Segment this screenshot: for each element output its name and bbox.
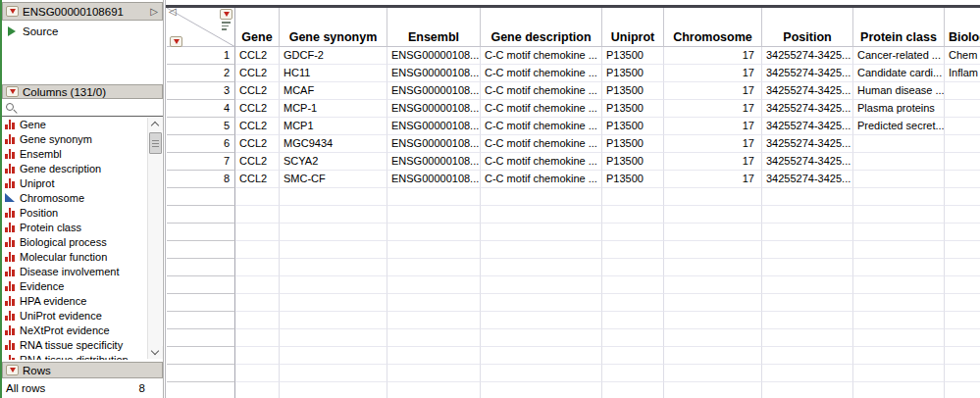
empty-cell[interactable] (235, 382, 280, 398)
hide-side-panel-icon[interactable]: ◁ (169, 6, 177, 17)
cell-protein_class[interactable] (853, 153, 945, 171)
row-number-cell[interactable] (167, 312, 235, 329)
empty-cell[interactable] (602, 276, 664, 294)
cell-uniprot[interactable]: P13500 (602, 171, 664, 188)
cell-synonym[interactable]: MCP-1 (280, 100, 387, 118)
empty-cell[interactable] (664, 188, 762, 206)
empty-cell[interactable] (280, 294, 387, 312)
cell-description[interactable]: C-C motif chemokine ... (481, 100, 602, 118)
cell-ensembl[interactable]: ENSG00000108... (387, 171, 481, 188)
scroll-down-button[interactable] (148, 346, 163, 359)
column-list-item[interactable]: Chromosome (2, 190, 163, 205)
cell-description[interactable]: C-C motif chemokine ... (481, 65, 602, 82)
cell-protein_class[interactable]: Cancer-related ... (853, 47, 945, 65)
empty-cell[interactable] (853, 382, 945, 398)
row-number-cell[interactable] (167, 241, 235, 259)
columns-panel-header[interactable]: Columns (131/0) (2, 84, 163, 99)
cell-bio_process[interactable]: Inflam (945, 65, 980, 82)
empty-cell[interactable] (280, 365, 387, 382)
row-number-cell[interactable]: 2 (167, 65, 235, 82)
cell-gene[interactable]: CCL2 (235, 118, 280, 135)
empty-cell[interactable] (280, 382, 387, 398)
cell-protein_class[interactable]: Plasma proteins (853, 100, 945, 118)
cell-synonym[interactable]: HC11 (280, 65, 387, 82)
cell-position[interactable]: 34255274-3425... (762, 153, 853, 171)
empty-cell[interactable] (387, 329, 481, 347)
cell-position[interactable]: 34255274-3425... (762, 100, 853, 118)
column-header-protein_class[interactable]: Protein class (853, 8, 945, 47)
cell-ensembl[interactable]: ENSG00000108... (387, 47, 481, 65)
row-number-cell[interactable] (167, 365, 235, 382)
cell-uniprot[interactable]: P13500 (602, 153, 664, 171)
empty-cell[interactable] (481, 347, 602, 365)
empty-cell[interactable] (762, 347, 853, 365)
empty-cell[interactable] (481, 259, 602, 276)
column-list-item[interactable]: Evidence (2, 278, 163, 293)
column-list-item[interactable]: Protein class (2, 220, 163, 234)
grid-corner-cell[interactable]: ◁ (167, 8, 235, 47)
empty-cell[interactable] (664, 312, 762, 329)
empty-cell[interactable] (235, 365, 280, 382)
empty-cell[interactable] (853, 347, 945, 365)
empty-cell[interactable] (387, 382, 481, 398)
row-number-cell[interactable]: 1 (167, 47, 235, 65)
row-number-cell[interactable] (167, 224, 235, 241)
empty-cell[interactable] (387, 347, 481, 365)
cell-protein_class[interactable]: Human disease ... (853, 82, 945, 100)
cell-uniprot[interactable]: P13500 (602, 135, 664, 153)
empty-cell[interactable] (280, 347, 387, 365)
empty-cell[interactable] (481, 329, 602, 347)
column-header-uniprot[interactable]: Uniprot (602, 8, 664, 47)
columns-corner-menu-icon[interactable] (220, 9, 232, 20)
row-number-cell[interactable] (167, 347, 235, 365)
empty-cell[interactable] (945, 312, 980, 329)
empty-cell[interactable] (481, 206, 602, 224)
empty-cell[interactable] (762, 241, 853, 259)
column-header-position[interactable]: Position (762, 8, 853, 47)
cell-ensembl[interactable]: ENSG00000108... (387, 65, 481, 82)
empty-cell[interactable] (280, 329, 387, 347)
rows-stat-row[interactable]: All rows8 (2, 379, 163, 396)
cell-synonym[interactable]: SCYA2 (280, 153, 387, 171)
empty-cell[interactable] (235, 329, 280, 347)
row-number-cell[interactable]: 7 (167, 153, 235, 171)
empty-cell[interactable] (481, 294, 602, 312)
scroll-up-button[interactable] (148, 118, 163, 130)
cell-synonym[interactable]: MGC9434 (280, 135, 387, 153)
empty-cell[interactable] (602, 259, 664, 276)
empty-cell[interactable] (602, 241, 664, 259)
empty-cell[interactable] (235, 259, 280, 276)
row-number-cell[interactable] (167, 259, 235, 276)
cell-gene[interactable]: CCL2 (235, 100, 280, 118)
row-number-cell[interactable] (167, 206, 235, 224)
cell-position[interactable]: 34255274-3425... (762, 82, 853, 100)
row-number-cell[interactable] (167, 188, 235, 206)
empty-cell[interactable] (853, 276, 945, 294)
empty-cell[interactable] (280, 188, 387, 206)
empty-cell[interactable] (853, 365, 945, 382)
cell-chromosome[interactable]: 17 (664, 153, 762, 171)
empty-cell[interactable] (235, 276, 280, 294)
column-header-ensembl[interactable]: Ensembl (387, 8, 481, 47)
empty-cell[interactable] (481, 365, 602, 382)
empty-cell[interactable] (945, 347, 980, 365)
cell-chromosome[interactable]: 17 (664, 118, 762, 135)
cell-protein_class[interactable]: Predicted secret... (853, 118, 945, 135)
empty-cell[interactable] (481, 276, 602, 294)
empty-cell[interactable] (664, 206, 762, 224)
cell-bio_process[interactable] (945, 118, 980, 135)
cell-protein_class[interactable] (853, 135, 945, 153)
empty-cell[interactable] (387, 259, 481, 276)
empty-cell[interactable] (664, 241, 762, 259)
cell-chromosome[interactable]: 17 (664, 65, 762, 82)
column-list-item[interactable]: Molecular function (2, 249, 163, 264)
cell-description[interactable]: C-C motif chemokine ... (481, 118, 602, 135)
cell-uniprot[interactable]: P13500 (602, 82, 664, 100)
empty-cell[interactable] (235, 312, 280, 329)
source-item[interactable]: Source (8, 25, 58, 37)
column-list-item[interactable]: RNA tissue specificity (2, 337, 163, 352)
empty-cell[interactable] (762, 259, 853, 276)
column-header-description[interactable]: Gene description (481, 8, 602, 47)
column-list-item[interactable]: Uniprot (2, 175, 163, 190)
cell-synonym[interactable]: SMC-CF (280, 171, 387, 188)
